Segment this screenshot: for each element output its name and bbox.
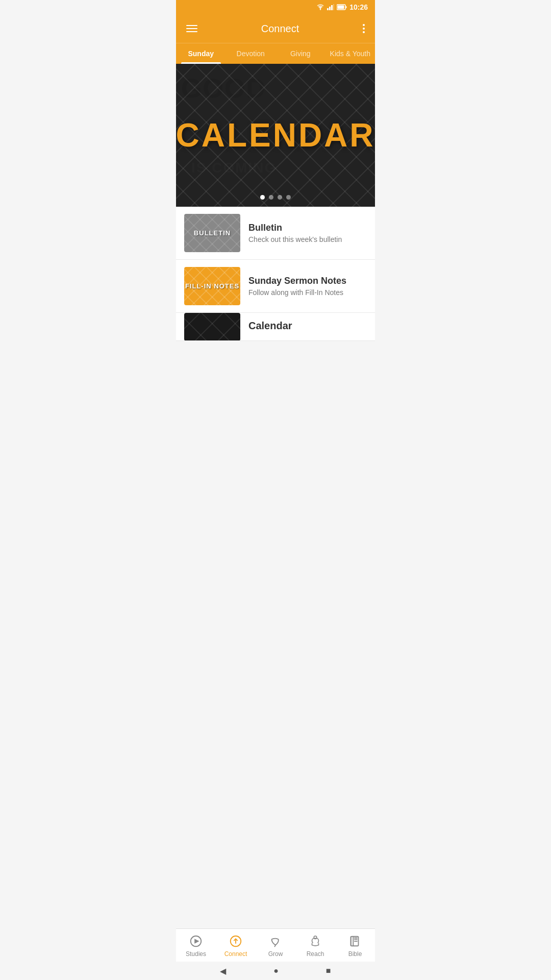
list-item-bulletin[interactable]: BULLETIN Bulletin Check out this week's …: [176, 207, 375, 260]
svg-rect-3: [333, 4, 334, 10]
notes-subtitle: Follow along with Fill-In Notes: [248, 288, 367, 297]
notes-info: Sunday Sermon Notes Follow along with Fi…: [248, 276, 367, 297]
svg-rect-6: [338, 6, 344, 9]
app-title: Connect: [199, 23, 361, 35]
studies-label: Studies: [186, 950, 206, 958]
system-nav-bar: ◀ ● ■: [176, 962, 375, 980]
svg-point-12: [314, 936, 317, 939]
tab-devotion[interactable]: Devotion: [226, 43, 276, 64]
grow-label: Grow: [268, 950, 283, 958]
svg-rect-1: [329, 7, 331, 10]
svg-rect-0: [327, 8, 329, 10]
play-circle-icon: [189, 934, 203, 948]
recents-button[interactable]: ■: [326, 966, 331, 975]
bulletin-info: Bulletin Check out this week's bulletin: [248, 223, 367, 243]
home-button[interactable]: ●: [273, 966, 279, 975]
list-item-sermon-notes[interactable]: FILL-IN NOTES Sunday Sermon Notes Follow…: [176, 260, 375, 313]
bulletin-thumbnail: BULLETIN: [184, 214, 240, 252]
svg-rect-5: [346, 6, 347, 8]
bulletin-title: Bulletin: [248, 223, 367, 233]
connect-label: Connect: [224, 950, 247, 958]
signal-icon: [327, 4, 334, 10]
leaf-icon: [268, 934, 283, 948]
status-bar: 10:26: [176, 0, 375, 14]
svg-marker-8: [194, 939, 199, 943]
tab-giving[interactable]: Giving: [276, 43, 325, 64]
status-time: 10:26: [349, 3, 368, 11]
svg-line-11: [274, 945, 276, 947]
hero-dot-3[interactable]: [278, 195, 282, 200]
notes-thumb-label: FILL-IN NOTES: [185, 282, 239, 290]
more-options-button[interactable]: [361, 22, 367, 35]
calendar-info: Calendar: [248, 320, 367, 334]
calendar-title: Calendar: [248, 320, 367, 332]
list-item-calendar[interactable]: Calendar: [176, 313, 375, 341]
calendar-thumbnail: [184, 313, 240, 341]
bulletin-subtitle: Check out this week's bulletin: [248, 235, 367, 243]
battery-icon: [337, 4, 347, 10]
hero-dot-4[interactable]: [286, 195, 291, 200]
bible-label: Bible: [348, 950, 362, 958]
nav-item-studies[interactable]: Studies: [176, 929, 216, 962]
hero-banner: GOOD IS COMING CALENDAR: [176, 64, 375, 207]
notes-thumbnail: FILL-IN NOTES: [184, 267, 240, 305]
nav-item-reach[interactable]: Reach: [295, 929, 335, 962]
book-icon: [348, 934, 362, 948]
nav-item-bible[interactable]: Bible: [335, 929, 375, 962]
status-icons: 10:26: [316, 3, 368, 11]
tab-sunday[interactable]: Sunday: [176, 43, 226, 64]
upload-circle-icon: [229, 934, 243, 948]
nav-item-grow[interactable]: Grow: [256, 929, 295, 962]
content-list: BULLETIN Bulletin Check out this week's …: [176, 207, 375, 341]
tab-bar: Sunday Devotion Giving Kids & Youth: [176, 43, 375, 64]
svg-rect-2: [331, 5, 333, 10]
bulletin-thumb-label: BULLETIN: [194, 229, 231, 237]
hero-pagination-dots: [260, 195, 291, 200]
hero-dot-2[interactable]: [269, 195, 273, 200]
hands-icon: [308, 934, 322, 948]
hamburger-button[interactable]: [184, 23, 199, 34]
app-bar: Connect: [176, 14, 375, 43]
tab-kids-youth[interactable]: Kids & Youth: [325, 43, 375, 64]
hero-dot-1[interactable]: [260, 195, 265, 200]
wifi-icon: [316, 4, 324, 10]
notes-title: Sunday Sermon Notes: [248, 276, 367, 286]
hero-main-text: CALENDAR: [176, 116, 375, 154]
back-button[interactable]: ◀: [220, 966, 226, 976]
bottom-nav: Studies Connect Grow: [176, 928, 375, 962]
reach-label: Reach: [307, 950, 324, 958]
nav-item-connect[interactable]: Connect: [216, 929, 256, 962]
